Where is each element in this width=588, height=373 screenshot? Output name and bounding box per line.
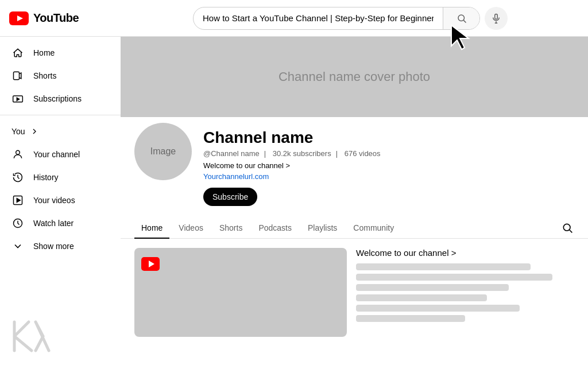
youtube-logo-text: YouTube <box>33 11 79 25</box>
desc-line-5 <box>356 305 520 312</box>
sidebar-your-channel-label: Your channel <box>33 150 80 159</box>
sidebar-shorts-label: Shorts <box>33 71 56 80</box>
search-bar <box>193 7 480 30</box>
sidebar-item-your-videos[interactable]: Your videos <box>5 189 116 212</box>
sidebar-item-your-channel[interactable]: Your channel <box>5 143 116 166</box>
sidebar-you-section[interactable]: You <box>0 120 121 143</box>
svg-point-9 <box>16 150 20 154</box>
sidebar-item-subscriptions[interactable]: Subscriptions <box>5 87 116 110</box>
play-icon <box>11 194 24 207</box>
cover-photo-text: Channel name cover photo <box>278 69 430 84</box>
svg-line-3 <box>463 20 466 22</box>
layout: Home Shorts Subscriptions You Your chann… <box>0 37 588 373</box>
tab-search-icon[interactable] <box>560 221 574 235</box>
home-icon <box>11 46 24 59</box>
sidebar-history-label: History <box>33 173 59 182</box>
youtube-logo-icon <box>9 11 29 25</box>
svg-rect-4 <box>495 14 498 19</box>
channel-description: Welcome to our channel > <box>203 161 574 170</box>
desc-line-2 <box>356 274 552 281</box>
chevron-down-icon <box>11 240 24 252</box>
clock-icon <box>11 217 24 230</box>
history-icon <box>11 171 24 184</box>
channel-avatar-label: Image <box>150 146 176 157</box>
channel-meta: @Channel name 30.2k subscribers 676 vide… <box>203 149 574 158</box>
mic-icon <box>491 13 501 24</box>
channel-subscribers: 30.2k subscribers <box>273 149 338 158</box>
youtube-play-icon <box>141 255 160 273</box>
svg-point-2 <box>458 15 465 21</box>
svg-marker-11 <box>17 199 20 203</box>
search-button[interactable] <box>443 7 479 30</box>
channel-name: Channel name <box>203 129 574 147</box>
desc-line-1 <box>356 263 531 270</box>
sidebar-item-home[interactable]: Home <box>5 41 116 64</box>
main-content: Channel name cover photo Image Channel n… <box>121 37 588 373</box>
sidebar-show-more-label: Show more <box>33 242 74 251</box>
channel-video-count: 676 videos <box>345 149 381 158</box>
desc-line-6 <box>356 315 465 322</box>
shorts-icon <box>11 69 24 82</box>
tab-shorts[interactable]: Shorts <box>212 217 249 238</box>
sidebar-item-shorts[interactable]: Shorts <box>5 64 116 87</box>
rk-watermark <box>11 319 52 356</box>
featured-video <box>134 248 347 337</box>
tab-videos[interactable]: Videos <box>172 217 210 238</box>
channel-url[interactable]: Yourchannelurl.com <box>203 172 574 181</box>
sidebar-you-label: You <box>11 127 25 136</box>
svg-rect-7 <box>14 72 20 79</box>
tab-community[interactable]: Community <box>346 217 401 238</box>
channel-avatar: Image <box>134 123 192 180</box>
channel-handle: @Channel name <box>203 149 266 158</box>
sidebar-your-videos-label: Your videos <box>33 196 75 205</box>
sidebar-item-show-more[interactable]: Show more <box>5 235 116 258</box>
sidebar-home-label: Home <box>33 48 55 57</box>
search-input[interactable] <box>194 13 443 23</box>
desc-line-4 <box>356 294 487 301</box>
search-area <box>122 7 579 30</box>
channel-info: Image Channel name @Channel name 30.2k s… <box>121 117 588 217</box>
svg-point-13 <box>563 224 570 231</box>
sidebar-divider-1 <box>0 115 121 115</box>
desc-lines <box>356 263 574 322</box>
sidebar-item-watch-later[interactable]: Watch later <box>5 212 116 235</box>
sidebar-subscriptions-label: Subscriptions <box>33 94 82 103</box>
tab-home[interactable]: Home <box>134 217 169 238</box>
subscriptions-icon <box>11 92 24 105</box>
header: YouTube <box>0 0 588 37</box>
channel-tabs: Home Videos Shorts Podcasts Playlists Co… <box>121 217 588 239</box>
svg-line-14 <box>570 230 572 233</box>
chevron-right-icon <box>30 127 39 136</box>
sidebar-watch-later-label: Watch later <box>33 219 74 228</box>
tab-playlists[interactable]: Playlists <box>301 217 344 238</box>
tab-podcasts[interactable]: Podcasts <box>252 217 299 238</box>
channel-details: Channel name @Channel name 30.2k subscri… <box>203 129 574 206</box>
subscribe-button[interactable]: Subscribe <box>203 188 257 206</box>
search-icon <box>457 13 467 24</box>
sidebar-item-history[interactable]: History <box>5 166 116 189</box>
channel-desc-side: Welcome to our channel > <box>356 248 574 337</box>
desc-line-3 <box>356 284 509 291</box>
logo-area: YouTube <box>9 11 113 25</box>
mic-button[interactable] <box>485 7 508 30</box>
person-icon <box>11 148 24 161</box>
channel-desc-side-title: Welcome to our channel > <box>356 248 574 258</box>
channel-content: Welcome to our channel > <box>121 239 588 346</box>
cover-photo: Channel name cover photo <box>121 37 588 117</box>
